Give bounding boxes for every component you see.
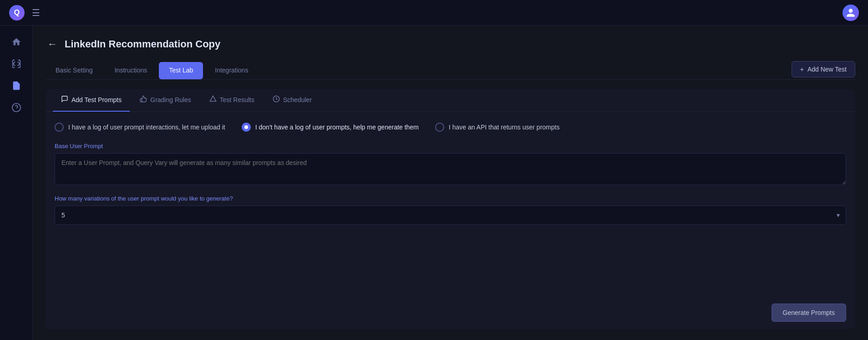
radio-api[interactable]: I have an API that returns user prompts (435, 123, 560, 132)
sidebar-icon-help[interactable] (7, 98, 25, 117)
clock-icon (273, 95, 280, 104)
top-navigation: Q ☰ (0, 0, 868, 26)
chat-icon (61, 95, 68, 104)
content-area: ← LinkedIn Recommendation Copy Basic Set… (33, 26, 868, 340)
sidebar-icon-document[interactable] (7, 77, 25, 95)
tabs-left: Basic Setting Instructions Test Lab Inte… (46, 62, 258, 79)
radio-upload-log[interactable]: I have a log of user prompt interactions… (55, 123, 225, 132)
sidebar-icon-home[interactable] (7, 33, 25, 51)
tabs-bar: Basic Setting Instructions Test Lab Inte… (46, 61, 855, 80)
variations-label: How many variations of the user prompt w… (55, 195, 846, 202)
sub-tab-add-prompts-label: Add Test Prompts (71, 96, 122, 103)
radio-group: I have a log of user prompt interactions… (55, 123, 846, 132)
panel-content: I have a log of user prompt interactions… (46, 112, 855, 296)
thumbsup-icon (140, 95, 147, 104)
back-button[interactable]: ← (46, 36, 59, 52)
sub-tab-add-test-prompts[interactable]: Add Test Prompts (53, 89, 130, 112)
generate-prompts-button[interactable]: Generate Prompts (772, 304, 846, 322)
add-new-test-label: Add New Test (807, 66, 847, 73)
sub-tab-grading-rules[interactable]: Grading Rules (132, 89, 199, 112)
base-prompt-label: Base User Prompt (55, 143, 846, 149)
variations-select[interactable]: 1 2 3 4 5 10 15 20 (55, 206, 846, 225)
triangle-icon (209, 95, 217, 104)
tab-test-lab[interactable]: Test Lab (159, 62, 203, 79)
radio-label-upload: I have a log of user prompt interactions… (68, 124, 225, 131)
add-new-test-button[interactable]: + Add New Test (792, 61, 855, 77)
page-header: ← LinkedIn Recommendation Copy (46, 36, 855, 52)
base-prompt-textarea[interactable] (55, 153, 846, 185)
sidebar-icon-code[interactable] (7, 55, 25, 73)
sub-tab-scheduler-label: Scheduler (283, 96, 312, 103)
radio-label-api: I have an API that returns user prompts (449, 124, 560, 131)
tab-integrations[interactable]: Integrations (205, 62, 258, 79)
plus-icon: + (800, 66, 804, 73)
sub-tab-test-results[interactable]: Test Results (201, 89, 263, 112)
tab-basic-setting[interactable]: Basic Setting (46, 62, 103, 79)
app-logo: Q (9, 5, 25, 21)
main-panel: Add Test Prompts Grading Rules Test Resu… (46, 89, 855, 329)
page-title: LinkedIn Recommendation Copy (65, 38, 220, 50)
svg-marker-2 (210, 96, 216, 101)
hamburger-menu-button[interactable]: ☰ (32, 7, 40, 18)
tab-instructions[interactable]: Instructions (105, 62, 157, 79)
topnav-left: Q ☰ (9, 5, 40, 21)
radio-circle-api (435, 123, 444, 132)
sub-tab-scheduler[interactable]: Scheduler (264, 89, 320, 112)
sub-tab-grading-label: Grading Rules (150, 96, 191, 103)
sub-tab-results-label: Test Results (220, 96, 254, 103)
sidebar (0, 26, 33, 340)
user-avatar[interactable] (843, 5, 859, 21)
variations-select-wrapper: 1 2 3 4 5 10 15 20 ▾ (55, 206, 846, 225)
sub-tabs: Add Test Prompts Grading Rules Test Resu… (46, 89, 855, 112)
radio-circle-upload (55, 123, 64, 132)
radio-label-generate: I don't have a log of user prompts, help… (255, 124, 419, 131)
bottom-actions: Generate Prompts (46, 296, 855, 329)
radio-generate[interactable]: I don't have a log of user prompts, help… (242, 123, 419, 132)
radio-circle-generate (242, 123, 251, 132)
main-layout: ← LinkedIn Recommendation Copy Basic Set… (0, 26, 868, 340)
